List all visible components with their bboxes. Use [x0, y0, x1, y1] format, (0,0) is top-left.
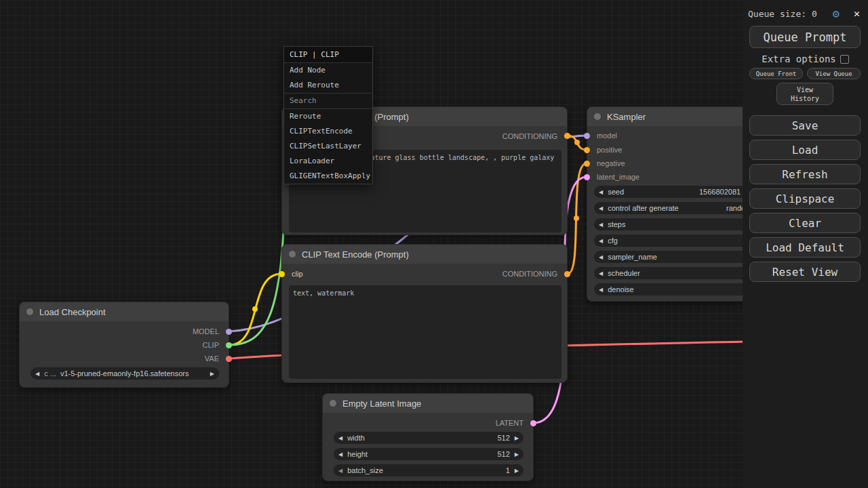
view-history-button[interactable]: View History: [776, 83, 833, 105]
menu-search-input[interactable]: Search: [284, 94, 372, 109]
input-slot-positive[interactable]: [584, 147, 590, 153]
menu-item-gligentextboxapply[interactable]: GLIGENTextBoxApply: [284, 169, 372, 184]
output-label-conditioning: CONDITIONING: [502, 132, 557, 140]
widget-label: control after generate: [608, 204, 679, 212]
widget-label: height: [347, 450, 368, 458]
menu-panel: Queue size: 0 ⚙ ✕ Queue Prompt Extra opt…: [743, 0, 868, 488]
menu-item-loraloader[interactable]: LoraLoader: [284, 154, 372, 169]
save-button[interactable]: Save: [749, 115, 861, 136]
widget-label: seed: [608, 188, 624, 196]
decrement-icon[interactable]: ◀: [334, 468, 347, 474]
decrement-icon[interactable]: ◀: [594, 205, 608, 211]
prev-option-icon[interactable]: ◀: [31, 371, 44, 377]
input-slot-model[interactable]: [584, 133, 590, 139]
collapse-dot[interactable]: [330, 400, 336, 407]
decrement-icon[interactable]: ◀: [334, 451, 347, 458]
widget-label: c ...: [44, 369, 56, 378]
comfyui-canvas[interactable]: CLIP Text Encode (Prompt) CONDITIONING b…: [0, 0, 868, 488]
widget-label: denoise: [608, 285, 634, 293]
extra-options-label: Extra options: [762, 54, 836, 64]
node-load-checkpoint[interactable]: Load Checkpoint MODEL CLIP VAE ◀ c ... v…: [19, 302, 229, 388]
next-option-icon[interactable]: ▶: [205, 371, 219, 377]
link-midpoint-dot: [574, 216, 579, 221]
menu-item-add-node[interactable]: Add Node: [284, 63, 372, 78]
extra-options-checkbox[interactable]: [840, 55, 849, 64]
node-title-bar[interactable]: Empty Latent Image: [323, 394, 533, 413]
widget-label: width: [347, 434, 365, 442]
widget-label: sampler_name: [608, 253, 657, 261]
queue-size-label: Queue size: 0: [748, 9, 817, 19]
node-clip-text-encode-negative[interactable]: CLIP Text Encode (Prompt) clip CONDITION…: [281, 244, 568, 383]
settings-gear-icon[interactable]: ⚙: [833, 7, 840, 20]
clipspace-button[interactable]: Clipspace: [749, 188, 861, 209]
view-queue-button[interactable]: View Queue: [807, 68, 861, 79]
decrement-icon[interactable]: ◀: [594, 222, 608, 228]
widget-label: scheduler: [608, 269, 640, 277]
widget-label: cfg: [608, 237, 618, 245]
increment-icon[interactable]: ▶: [510, 451, 524, 458]
input-label-latent-image: latent_image: [597, 173, 639, 181]
close-icon[interactable]: ✕: [854, 7, 860, 20]
context-menu: CLIP | CLIP Add Node Add Reroute Search …: [283, 46, 373, 184]
link-midpoint-dot: [574, 140, 580, 145]
widget-width[interactable]: ◀ width 512 ▶: [334, 432, 524, 444]
widget-value: 512: [497, 450, 509, 458]
collapse-dot[interactable]: [289, 251, 296, 258]
widget-ckpt-name[interactable]: ◀ c ... v1-5-pruned-emaonly-fp16.safeten…: [31, 367, 219, 380]
clear-button[interactable]: Clear: [749, 213, 861, 233]
widget-value: 512: [497, 434, 509, 442]
queue-prompt-button[interactable]: Queue Prompt: [749, 26, 861, 48]
input-label-negative: negative: [597, 159, 625, 167]
widget-value: v1-5-pruned-emaonly-fp16.safetensors: [60, 369, 189, 378]
load-button[interactable]: Load: [749, 140, 861, 160]
node-title-label: KSampler: [607, 112, 646, 122]
refresh-button[interactable]: Refresh: [749, 164, 861, 184]
decrement-icon[interactable]: ◀: [594, 254, 608, 260]
link-midpoint-dot: [252, 306, 258, 312]
output-slot-conditioning[interactable]: [564, 271, 570, 277]
collapse-dot[interactable]: [594, 113, 601, 120]
output-label-latent: LATENT: [496, 419, 524, 427]
load-default-button[interactable]: Load Default: [749, 237, 861, 258]
output-label-conditioning: CONDITIONING: [502, 270, 557, 278]
prompt-textarea[interactable]: text, watermark: [289, 285, 561, 379]
menu-item-clipsetlastlayer[interactable]: CLIPSetLastLayer: [284, 139, 372, 154]
input-label-model: model: [597, 131, 617, 140]
node-title-label: Load Checkpoint: [39, 307, 106, 317]
node-title-bar[interactable]: CLIP Text Encode (Prompt): [282, 245, 567, 264]
input-slot-latent-image[interactable]: [584, 174, 590, 180]
decrement-icon[interactable]: ◀: [594, 287, 608, 293]
output-label-vae: VAE: [205, 354, 219, 363]
menu-item-reroute[interactable]: Reroute: [284, 109, 372, 124]
extra-options-row: Extra options: [743, 54, 868, 64]
input-slot-clip[interactable]: [279, 271, 285, 277]
node-title-bar[interactable]: Load Checkpoint: [20, 302, 229, 321]
node-empty-latent-image[interactable]: Empty Latent Image LATENT ◀ width 512 ▶ …: [322, 393, 534, 481]
increment-icon[interactable]: ▶: [510, 435, 524, 441]
decrement-icon[interactable]: ◀: [594, 189, 608, 195]
output-slot-conditioning[interactable]: [564, 133, 570, 139]
reset-view-button[interactable]: Reset View: [749, 262, 861, 282]
collapse-dot[interactable]: [26, 308, 33, 315]
input-label-clip: clip: [292, 270, 303, 278]
output-slot-vae[interactable]: [226, 356, 232, 362]
input-label-positive: positive: [597, 146, 622, 154]
menu-item-add-reroute[interactable]: Add Reroute: [284, 78, 372, 93]
context-menu-title: CLIP | CLIP: [284, 47, 372, 63]
input-slot-negative[interactable]: [584, 161, 590, 167]
widget-label: steps: [608, 220, 625, 228]
decrement-icon[interactable]: ◀: [594, 238, 608, 244]
increment-icon[interactable]: ▶: [510, 468, 524, 474]
node-title-label: CLIP Text Encode (Prompt): [302, 249, 409, 260]
widget-label: batch_size: [347, 466, 383, 474]
output-slot-latent[interactable]: [530, 420, 536, 426]
decrement-icon[interactable]: ◀: [594, 270, 608, 277]
output-slot-clip[interactable]: [226, 342, 232, 348]
queue-front-button[interactable]: Queue Front: [749, 68, 803, 79]
widget-height[interactable]: ◀ height 512 ▶: [334, 448, 524, 460]
output-label-model: MODEL: [193, 327, 219, 336]
menu-item-cliptextencode[interactable]: CLIPTextEncode: [284, 124, 372, 139]
widget-batch-size[interactable]: ◀ batch_size 1 ▶: [334, 464, 524, 476]
output-slot-model[interactable]: [226, 329, 232, 335]
decrement-icon[interactable]: ◀: [334, 435, 347, 441]
